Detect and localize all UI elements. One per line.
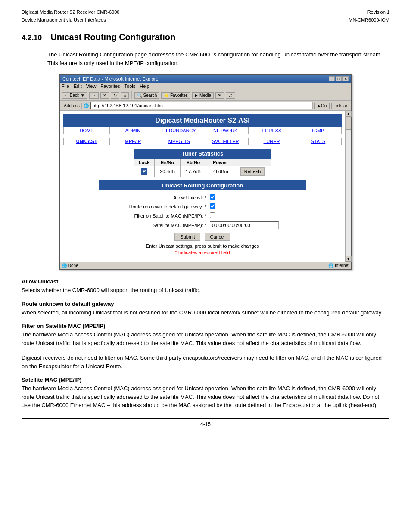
tuner-stats-header: Tuner Statistics xyxy=(134,149,271,159)
browser-content-area: Digicast MediaRouter S2-ASI HOME ADMIN R… xyxy=(60,111,345,262)
status-done: Done xyxy=(68,263,78,268)
nav-home[interactable]: HOME xyxy=(64,127,110,134)
menu-edit[interactable]: Edit xyxy=(74,84,82,89)
links-button[interactable]: Links » xyxy=(331,103,349,109)
route-unknown-field xyxy=(208,202,306,211)
nav-igmp[interactable]: IGMP xyxy=(295,127,341,134)
tuner-col-ebno: Eb/No xyxy=(181,159,206,166)
scroll-down-button[interactable]: ▼ xyxy=(346,256,352,262)
nav-stats[interactable]: STATS xyxy=(295,138,341,145)
satellite-mac-input[interactable] xyxy=(210,221,279,229)
favorites-toolbar-button[interactable]: ⭐ Favorites xyxy=(161,92,190,99)
form-note: Enter Unicast settings, press submit to … xyxy=(99,243,306,249)
nav-unicast[interactable]: UNICAST xyxy=(64,138,110,145)
search-button[interactable]: 🔍 Search xyxy=(134,92,159,99)
nav-mpe-ip[interactable]: MPE/IP xyxy=(110,138,156,145)
doc-section-route-unknown: Route unknown to default gateway When se… xyxy=(22,301,389,317)
tuner-refresh-button[interactable]: Refresh xyxy=(240,167,265,176)
page-number: 4-15 xyxy=(200,421,211,427)
unicast-config-header: Unicast Routing Configuration xyxy=(99,180,306,190)
route-unknown-checkbox[interactable] xyxy=(210,203,215,209)
window-controls[interactable]: _ □ ✕ xyxy=(329,76,349,81)
router-brand-header: Digicast MediaRouter S2-ASI xyxy=(63,114,342,127)
go-button[interactable]: ▶Go xyxy=(314,103,330,109)
browser-scrollbar[interactable]: ▲ ▼ xyxy=(345,111,351,262)
internet-icon: 🌐 xyxy=(328,263,333,268)
toolbar-separator xyxy=(131,91,132,99)
nav-mpeg-ts[interactable]: MPEG-TS xyxy=(156,138,202,145)
unicast-config-section: Unicast Routing Configuration Allow Unic… xyxy=(99,180,306,255)
intro-paragraph: The Unicast Routing Configuration page a… xyxy=(47,50,389,67)
internet-zone: 🌐 Internet xyxy=(328,263,349,268)
header-left: Digicast Media Router S2 Receiver CMR-60… xyxy=(22,9,119,24)
nav-svc-filter[interactable]: SVC FILTER xyxy=(202,138,249,145)
nav-tuner[interactable]: TUNER xyxy=(249,138,295,145)
maximize-button[interactable]: □ xyxy=(336,76,342,81)
filter-satellite-checkbox[interactable] xyxy=(210,212,215,218)
doc-section-allow-unicast: Allow Unicast Selects whether the CMR-60… xyxy=(22,278,389,295)
menu-help[interactable]: Help xyxy=(140,84,149,89)
section-number: 4.2.10 xyxy=(22,34,42,42)
required-note: * Indicates a required field xyxy=(99,250,306,255)
route-unknown-label: Route unknown to default gateway: * xyxy=(99,202,208,211)
header-revision: Revision 1 xyxy=(349,9,389,16)
refresh-button[interactable]: ↻ xyxy=(111,92,119,99)
minimize-button[interactable]: _ xyxy=(329,76,335,81)
browser-statusbar: 🌐 Done 🌐 Internet xyxy=(60,262,351,269)
menu-view[interactable]: View xyxy=(86,84,97,89)
scrollbar-track xyxy=(346,117,351,256)
browser-menubar: File Edit View Favorites Tools Help xyxy=(60,83,351,90)
stop-button[interactable]: ✕ xyxy=(100,92,109,99)
address-icon: 🌐 xyxy=(84,103,89,108)
lock-indicator: P xyxy=(141,168,147,175)
section-heading: 4.2.10 Unicast Routing Configuration xyxy=(22,32,389,44)
browser-toolbar: ← Back ▼ → ✕ ↻ ⌂ 🔍 Search ⭐ Favorites ▶ … xyxy=(60,90,351,101)
status-icon: 🌐 xyxy=(62,263,67,268)
nav-network[interactable]: NETWORK xyxy=(202,127,249,134)
satellite-mac-heading: Satellite MAC (MPE/IP) xyxy=(22,376,389,383)
filter-satellite-label: Filter on Satellite MAC (MPE/IP): * xyxy=(99,211,208,220)
allow-unicast-checkbox[interactable] xyxy=(210,194,215,200)
media-button[interactable]: ▶ Media xyxy=(192,92,214,99)
allow-unicast-text: Selects whether the CMR-6000 will suppor… xyxy=(22,286,389,295)
address-input[interactable] xyxy=(90,102,313,109)
menu-file[interactable]: File xyxy=(62,84,69,89)
forward-button[interactable]: → xyxy=(89,92,99,99)
browser-body: Digicast MediaRouter S2-ASI HOME ADMIN R… xyxy=(60,111,351,262)
header-right: Revision 1 MN-CMR6000-IOM xyxy=(349,9,389,24)
home-button[interactable]: ⌂ xyxy=(121,92,129,99)
menu-favorites[interactable]: Favorites xyxy=(100,84,120,89)
status-text: 🌐 Done xyxy=(62,263,78,268)
nav-row-1: HOME ADMIN REDUNDANCY NETWORK EGRESS IGM… xyxy=(63,127,342,134)
tuner-lock-value: P xyxy=(134,166,155,177)
doc-sections: Allow Unicast Selects whether the CMR-60… xyxy=(22,278,389,410)
tuner-stats-table: Lock Es/No Eb/No Power P 20.4dB xyxy=(134,159,271,177)
cancel-button[interactable]: Cancel xyxy=(205,233,230,241)
tuner-statistics-section: Tuner Statistics Lock Es/No Eb/No Power xyxy=(134,149,271,177)
doc-section-satellite-mac: Satellite MAC (MPE/IP) The hardware Medi… xyxy=(22,376,389,410)
tuner-power-value: -46dBm xyxy=(206,166,234,177)
submit-button[interactable]: Submit xyxy=(174,233,200,241)
filter-mac-heading: Filter on Satellite MAC (MPE/IP) xyxy=(22,323,389,329)
mail-button[interactable]: ✉ xyxy=(215,92,224,99)
page-footer: 4-15 xyxy=(22,418,389,427)
filter-mac-text: The hardware Media Access Control (MAC) … xyxy=(22,330,389,347)
nav-egress[interactable]: EGRESS xyxy=(249,127,295,134)
close-button[interactable]: ✕ xyxy=(342,76,349,81)
tuner-esno-value: 20.4dB xyxy=(155,166,181,177)
nav-admin[interactable]: ADMIN xyxy=(110,127,156,134)
tuner-refresh-cell: Refresh xyxy=(234,166,271,177)
form-buttons: Submit Cancel xyxy=(99,233,306,241)
browser-titlebar: Comtech EF Data - Microsoft Internet Exp… xyxy=(60,75,351,83)
unicast-form-table: Allow Unicast: * Route unknown to defaul… xyxy=(99,193,306,230)
print-button[interactable]: 🖨 xyxy=(226,92,235,99)
scrollbar-thumb[interactable] xyxy=(346,117,351,130)
satellite-mac-text: The hardware Media Access Control (MAC) … xyxy=(22,384,389,410)
scroll-up-button[interactable]: ▲ xyxy=(346,111,352,117)
nav-redundancy[interactable]: REDUNDANCY xyxy=(156,127,202,134)
tuner-ebno-value: 17.7dB xyxy=(181,166,206,177)
page-header: Digicast Media Router S2 Receiver CMR-60… xyxy=(22,9,389,24)
back-button[interactable]: ← Back ▼ xyxy=(62,92,87,99)
route-unknown-heading: Route unknown to default gateway xyxy=(22,301,389,307)
menu-tools[interactable]: Tools xyxy=(125,84,136,89)
